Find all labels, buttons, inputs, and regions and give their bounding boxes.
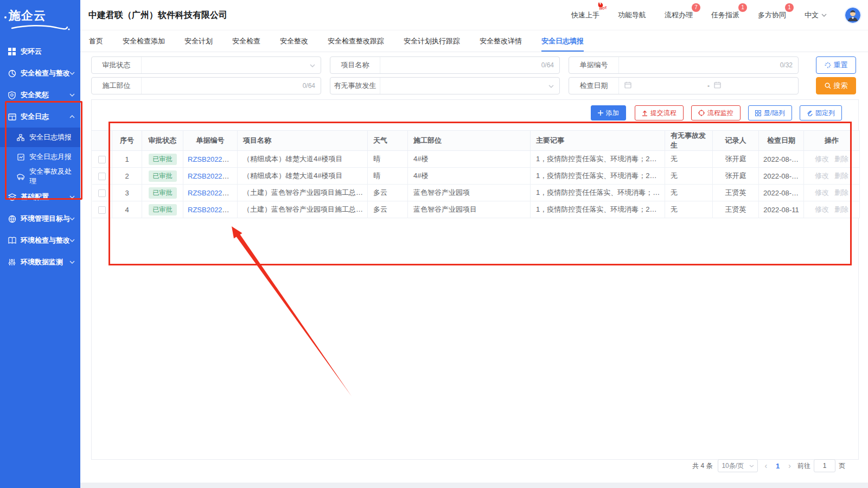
doc-no-link[interactable]: RZSB2022080003 (188, 172, 238, 180)
tab-plan-exec-track[interactable]: 安全计划执行跟踪 (404, 30, 460, 52)
row-checkbox[interactable] (98, 206, 106, 214)
nav-feature-guide[interactable]: 功能导航 (618, 10, 646, 20)
filter-accident[interactable]: 有无事故发生 (330, 77, 560, 94)
tab-safety-check-add[interactable]: 安全检查添加 (123, 30, 165, 52)
cell-weather: 晴 (368, 168, 408, 185)
cell-recorder: 张开庭 (713, 168, 759, 185)
page-size-select[interactable]: 10条/页 (718, 459, 758, 472)
sidebar-item-safety-rewards[interactable]: 安全奖惩 (0, 84, 80, 106)
reset-button[interactable]: 重置 (816, 56, 856, 74)
show-hide-columns-button[interactable]: 显/隐列 (748, 105, 792, 121)
filter-label: 项目名称 (330, 57, 380, 73)
tab-safety-plan[interactable]: 安全计划 (184, 30, 213, 52)
filter-project-name[interactable]: 项目名称 0/64 (330, 56, 560, 74)
page-number[interactable]: 1 (774, 462, 782, 470)
row-checkbox[interactable] (98, 189, 106, 197)
nav-quick-start[interactable]: 快速上手 HOT (571, 10, 599, 20)
next-page-button[interactable]: › (787, 461, 792, 470)
sidebar-item-safety-incident[interactable]: 安全事故及处理 (0, 167, 80, 186)
journal-icon (8, 112, 16, 121)
cell-notes: 1，疫情防控责任落实、环境消毒；2，人员每... (531, 151, 665, 168)
sidebar-item-safety-log-monthly[interactable]: 安全日志月报 (0, 147, 80, 167)
prev-page-button[interactable]: ‹ (763, 461, 768, 470)
status-badge: 已审批 (149, 204, 177, 216)
table-row: 1 已审批 RZSB2022080004 （精细成本）雄楚大道4#楼项目 晴 4… (92, 151, 860, 168)
date-range-separator: - (707, 82, 710, 90)
cell-index: 4 (112, 201, 142, 218)
sidebar-item-label: 安全日志月报 (29, 152, 72, 162)
chevron-down-icon (749, 465, 754, 467)
grid-icon (8, 47, 16, 56)
tab-safety-rectify[interactable]: 安全整改 (280, 30, 308, 52)
delete-link[interactable]: 删除 (834, 172, 848, 180)
sidebar-item-label: 环境管理目标与... (21, 214, 69, 224)
plus-icon (598, 110, 603, 116)
sidebar-item-safety-log[interactable]: 安全日志 (0, 106, 80, 128)
tab-safety-log-fill[interactable]: 安全日志填报 (541, 30, 584, 52)
user-avatar[interactable] (845, 8, 860, 23)
modify-link[interactable]: 修改 (815, 172, 829, 180)
filter-doc-no[interactable]: 单据编号 0/32 (569, 56, 799, 74)
cell-index: 2 (112, 168, 142, 185)
tab-bar: 首页 安全检查添加 安全计划 安全检查 安全整改 安全检查整改跟踪 安全计划执行… (80, 30, 868, 52)
sidebar-item-label: 安全事故及处理 (29, 167, 75, 186)
tab-check-rectify-track[interactable]: 安全检查整改跟踪 (328, 30, 384, 52)
tab-rectify-detail[interactable]: 安全整改详情 (480, 30, 522, 52)
char-counter: 0/64 (541, 61, 554, 69)
sidebar-item-env-monitoring[interactable]: 环境数据监测 (0, 251, 80, 273)
incident-icon (16, 172, 25, 181)
doc-no-link[interactable]: RZSB2022080004 (188, 155, 238, 163)
nav-process-handle[interactable]: 流程办理 7 (665, 10, 693, 20)
delete-link[interactable]: 删除 (834, 205, 848, 213)
submit-flow-button[interactable]: 提交流程 (635, 105, 684, 121)
filter-location[interactable]: 施工部位 0/64 (91, 77, 321, 94)
flow-monitor-button[interactable]: 流程监控 (691, 105, 741, 121)
modify-link[interactable]: 修改 (815, 188, 829, 197)
delete-link[interactable]: 删除 (834, 188, 848, 197)
calendar-icon (624, 81, 631, 90)
search-button[interactable]: 搜索 (816, 77, 856, 94)
logo-text: 施企云 (9, 8, 80, 24)
table-row: 3 已审批 RZSB2022080002 （土建）蓝色智谷产业园项目施工总承包工… (92, 185, 860, 201)
tab-safety-check[interactable]: 安全检查 (232, 30, 260, 52)
sidebar-item-safety-log-fill[interactable]: 安全日志填报 (0, 128, 80, 147)
goto-page-input[interactable] (814, 459, 835, 472)
filter-check-date[interactable]: 检查日期 - (569, 77, 799, 94)
nav-multi-collab[interactable]: 多方协同 1 (758, 10, 786, 20)
modify-link[interactable]: 修改 (815, 155, 829, 163)
doc-no-link[interactable]: RZSB2022080001 (188, 206, 238, 214)
col-status: 审批状态 (142, 131, 183, 151)
sidebar-item-env-targets[interactable]: 环境管理目标与... (0, 208, 80, 230)
app-logo: 施企云 (0, 0, 80, 31)
goto-label: 前往 (797, 461, 810, 471)
tab-home[interactable]: 首页 (89, 30, 103, 52)
sidebar-item-anhuanyun[interactable]: 安环云 (0, 41, 80, 62)
doc-no-link[interactable]: RZSB2022080002 (188, 189, 238, 197)
columns-grid-icon (755, 110, 761, 116)
filter-approval-status[interactable]: 审批状态 (91, 56, 321, 74)
status-badge: 已审批 (149, 170, 177, 182)
header-nav: 快速上手 HOT 功能导航 流程办理 7 任务指派 1 多方协同 1 中文 (571, 0, 860, 30)
sidebar-item-basic-config[interactable]: 基础配置 (0, 186, 80, 208)
row-checkbox[interactable] (98, 156, 106, 163)
sidebar-item-env-inspection[interactable]: 环境检查与整改 (0, 230, 80, 251)
cell-recorder: 王贤英 (713, 201, 759, 218)
col-actions: 操作 (804, 131, 860, 151)
col-project: 项目名称 (238, 131, 368, 151)
header-checkbox-cell (92, 131, 112, 151)
language-selector[interactable]: 中文 (805, 10, 827, 20)
delete-link[interactable]: 删除 (834, 155, 848, 163)
nav-task-assign[interactable]: 任务指派 1 (711, 10, 739, 20)
cell-location: 蓝色智谷产业园项 (408, 185, 531, 201)
count-badge: 1 (738, 3, 747, 12)
row-checkbox[interactable] (98, 173, 106, 180)
cell-project: （精细成本）雄楚大道4#楼项目 (238, 151, 368, 168)
cell-project: （土建）蓝色智谷产业园项目施工总承包工程 (238, 185, 368, 201)
fixed-columns-button[interactable]: 固定列 (800, 105, 842, 121)
sidebar-item-safety-inspection[interactable]: 安全检查与整改 (0, 62, 80, 84)
sidebar-menu: 安环云 安全检查与整改 安全奖惩 安全日志 安全日志填报 (0, 41, 80, 273)
sidebar-item-label: 安全日志填报 (29, 132, 72, 142)
modify-link[interactable]: 修改 (815, 205, 829, 213)
add-button[interactable]: 添加 (591, 105, 626, 121)
sidebar-item-label: 环境数据监测 (21, 257, 69, 267)
